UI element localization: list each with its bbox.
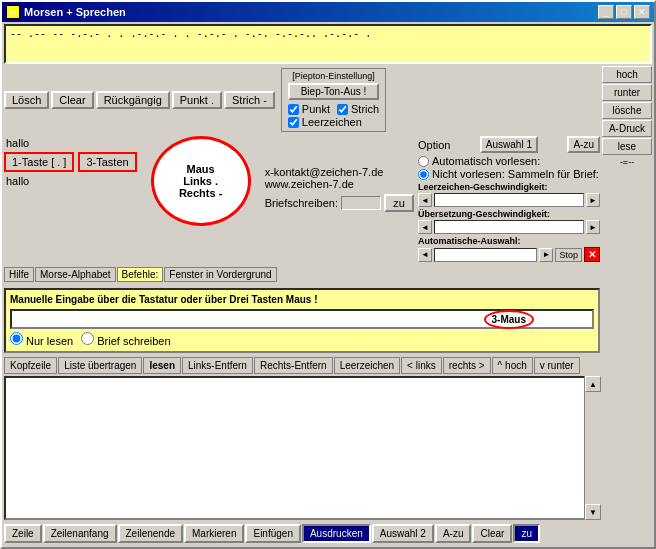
punkt-check-row: Punkt Strich xyxy=(288,103,379,115)
auswahl1-button[interactable]: Auswahl 1 xyxy=(480,136,538,153)
zu-button[interactable]: zu xyxy=(384,194,414,212)
minimize-button[interactable]: _ xyxy=(598,5,614,19)
radio-options: Nur lesen Brief schreiben xyxy=(10,332,594,347)
contact-email: x-kontakt@zeichen-7.de xyxy=(265,166,414,178)
main-window: M Morsen + Sprechen _ □ ✕ -- .-- -- -.-.… xyxy=(0,0,656,549)
auswahl2-button[interactable]: Auswahl 2 xyxy=(372,524,434,543)
losche-sidebar-button[interactable]: lösche xyxy=(602,102,652,119)
lese-sidebar-button[interactable]: lese xyxy=(602,138,652,155)
three-tasten-button[interactable]: 3-Tasten xyxy=(78,152,136,172)
liste-ubertragen-tab[interactable]: Liste übertragen xyxy=(58,357,142,374)
zeilenende-button[interactable]: Zeilenende xyxy=(118,524,183,543)
morse-alphabet-tab[interactable]: Morse-Alphabet xyxy=(35,267,116,282)
stop-button[interactable]: Stop xyxy=(555,248,582,262)
nur-lesen-radio[interactable] xyxy=(10,332,23,345)
sidebar-divider: -=-- xyxy=(602,156,652,168)
ubersetzung-speed-left[interactable]: ◄ xyxy=(418,220,432,234)
brief-schreiben-radio[interactable] xyxy=(81,332,94,345)
hoch-sidebar-button[interactable]: hoch xyxy=(602,66,652,83)
maximize-button[interactable]: □ xyxy=(616,5,632,19)
brief-schreiben-label: Brief schreiben xyxy=(81,332,170,347)
morse-ticker: -- .-- -- -.-.- . . .-.-.- . . -.-.- . -… xyxy=(4,24,652,64)
runter-sidebar-button[interactable]: runter xyxy=(602,84,652,101)
zeile-button[interactable]: Zeile xyxy=(4,524,42,543)
clear-action-button[interactable]: Clear xyxy=(472,524,512,543)
a-zu-action-button[interactable]: A-zu xyxy=(435,524,472,543)
manual-input-row: 3-Maus xyxy=(10,309,594,329)
punkt-tab[interactable]: Punkt . xyxy=(172,91,222,109)
action-bar: Zeile Zeilenanfang Zeilenende Markieren … xyxy=(4,522,600,545)
scroll-down-button[interactable]: ▼ xyxy=(585,504,601,520)
strich-checkbox[interactable] xyxy=(337,104,348,115)
zu-action-button[interactable]: zu xyxy=(513,524,540,543)
ausdrucken-button[interactable]: Ausdrucken xyxy=(302,524,371,543)
help-tabs: Hilfe Morse-Alphabet Befehle: Fenster in… xyxy=(4,267,600,282)
mouse-line1: Maus xyxy=(187,163,215,175)
mouse-line3: Rechts - xyxy=(179,187,222,199)
lesen-tab[interactable]: lesen xyxy=(143,357,181,374)
auto-auswahl-left[interactable]: ◄ xyxy=(418,248,432,262)
text-area[interactable] xyxy=(4,376,600,520)
scrollbar: ▲ ▼ xyxy=(584,376,600,520)
scroll-up-button[interactable]: ▲ xyxy=(585,376,601,392)
strich-label: Strich xyxy=(351,103,379,115)
leerzeichen-tab[interactable]: Leerzeichen xyxy=(334,357,400,374)
einfugen-button[interactable]: Einfügen xyxy=(245,524,300,543)
briefschreiben-label: Briefschreiben: xyxy=(265,197,338,209)
markieren-button[interactable]: Markieren xyxy=(184,524,244,543)
strich-tab[interactable]: Strich - xyxy=(224,91,275,109)
leerzeichen-speed-right[interactable]: ► xyxy=(586,193,600,207)
auto-vorlesen-radio[interactable] xyxy=(418,156,429,167)
a-druck-sidebar-button[interactable]: A-Druck xyxy=(602,120,652,137)
close-button[interactable]: ✕ xyxy=(634,5,650,19)
title-buttons: _ □ ✕ xyxy=(598,5,650,19)
kopfzeile-tab[interactable]: Kopfzeile xyxy=(4,357,57,374)
clear-button[interactable]: Clear xyxy=(51,91,93,109)
auto-vorlesen-row: Automatisch vorlesen: xyxy=(418,155,600,167)
auto-auswahl-right[interactable]: ► xyxy=(539,248,553,262)
option-panel: Option Auswahl 1 A-zu Automatisch vorles… xyxy=(418,136,600,263)
brief-row: Briefschreiben: zu xyxy=(265,194,414,212)
red-x-button[interactable]: ✕ xyxy=(584,247,600,262)
title-bar: M Morsen + Sprechen _ □ ✕ xyxy=(2,2,654,22)
maus-badge: 3-Maus xyxy=(484,310,534,329)
biep-ton-button[interactable]: Biep-Ton-Aus ! xyxy=(288,83,379,100)
losch-button[interactable]: Lösch xyxy=(4,91,49,109)
ubersetzung-speed-label: Übersetzung-Geschwindigkeit: xyxy=(418,209,600,219)
hallo-text-2: hallo xyxy=(4,174,137,188)
runter-tab[interactable]: v runter xyxy=(534,357,580,374)
piepton-panel: [Piepton-Einstellung] Biep-Ton-Aus ! Pun… xyxy=(281,68,386,132)
hilfe-tab[interactable]: Hilfe xyxy=(4,267,34,282)
links-tab[interactable]: < links xyxy=(401,357,442,374)
piepton-title: [Piepton-Einstellung] xyxy=(288,71,379,81)
nicht-vorlesen-row: Nicht vorlesen: Sammeln für Brief: xyxy=(418,168,600,180)
app-icon: M xyxy=(6,5,20,19)
brief-input xyxy=(341,196,381,210)
ubersetzung-speed-right[interactable]: ► xyxy=(586,220,600,234)
a-zu-button[interactable]: A-zu xyxy=(567,136,600,153)
nur-lesen-label: Nur lesen xyxy=(10,332,73,347)
contact-website: www.zeichen-7.de xyxy=(265,178,414,190)
manual-section: Manuelle Eingabe über die Tastatur oder … xyxy=(4,288,600,353)
punkt-checkbox[interactable] xyxy=(288,104,299,115)
punkt-label: Punkt xyxy=(302,103,330,115)
links-entfern-tab[interactable]: Links-Entfern xyxy=(182,357,253,374)
zeilenanfang-button[interactable]: Zeilenanfang xyxy=(43,524,117,543)
hoch-tab[interactable]: ^ hoch xyxy=(492,357,533,374)
leerzeichen-check-row: Leerzeichen xyxy=(288,116,379,128)
rechts-tab[interactable]: rechts > xyxy=(443,357,491,374)
fenster-tab[interactable]: Fenster in Vordergrund xyxy=(164,267,276,282)
manual-title: Manuelle Eingabe über die Tastatur oder … xyxy=(10,294,594,305)
ruckgangig-button[interactable]: Rückgängig xyxy=(96,91,170,109)
befehle-tab[interactable]: Befehle: xyxy=(117,267,164,282)
one-taste-button[interactable]: 1-Taste [ . ] xyxy=(4,152,74,172)
leerzeichen-speed-left[interactable]: ◄ xyxy=(418,193,432,207)
rechts-entfern-tab[interactable]: Rechts-Entfern xyxy=(254,357,333,374)
leerzeichen-speed-label: Leerzeichen-Geschwindigkeit: xyxy=(418,182,600,192)
mouse-box: Maus Links . Rechts - xyxy=(151,136,251,226)
mouse-line2: Links . xyxy=(183,175,218,187)
leerzeichen-label: Leerzeichen xyxy=(302,116,362,128)
nicht-vorlesen-radio[interactable] xyxy=(418,169,429,180)
option-title: Option xyxy=(418,139,450,151)
leerzeichen-checkbox[interactable] xyxy=(288,117,299,128)
